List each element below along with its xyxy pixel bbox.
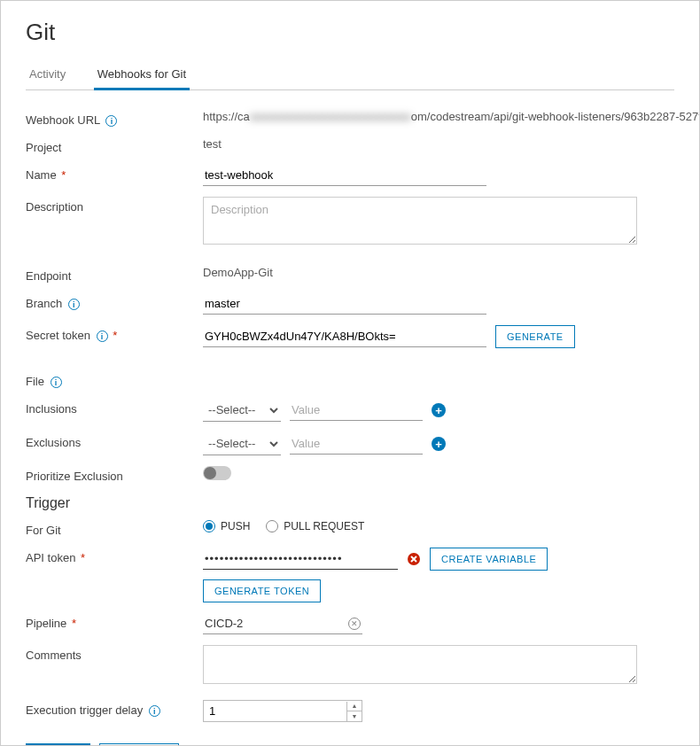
file-label: File (26, 375, 44, 388)
info-icon[interactable]: i (97, 330, 108, 342)
exclusions-select[interactable]: --Select-- (203, 432, 281, 455)
endpoint-label: Endpoint (26, 266, 203, 283)
delay-label: Execution trigger delay (26, 703, 143, 717)
pull-request-radio[interactable] (266, 520, 278, 532)
required-marker: * (81, 551, 85, 564)
inclusions-label: Inclusions (26, 399, 203, 416)
webhook-url-label: Webhook URL (26, 113, 100, 127)
webhook-url-value: https://caxxxxxxxxxxxxxxxxxxxxxxxxxxxxom… (203, 110, 700, 123)
add-inclusion-icon[interactable]: + (432, 403, 446, 417)
secret-token-input[interactable] (203, 326, 486, 347)
api-token-input[interactable]: •••••••••••••••••••••••••••• (203, 548, 398, 570)
branch-label: Branch (26, 297, 62, 310)
name-input[interactable] (203, 165, 486, 186)
info-icon[interactable]: i (149, 705, 160, 717)
info-icon[interactable]: i (105, 115, 117, 127)
add-exclusion-icon[interactable]: + (432, 437, 446, 451)
push-radio[interactable] (203, 520, 215, 532)
delay-stepper[interactable]: ▲ ▼ (346, 702, 362, 721)
inclusions-select[interactable]: --Select-- (203, 399, 281, 422)
stepper-up-icon[interactable]: ▲ (347, 702, 362, 711)
page-title: Git (26, 19, 674, 46)
inclusions-value-input[interactable] (290, 400, 423, 421)
required-marker: * (72, 617, 76, 630)
description-label: Description (26, 197, 203, 214)
pipeline-label: Pipeline (26, 617, 66, 630)
comments-textarea[interactable] (203, 645, 637, 684)
tab-bar: Activity Webhooks for Git (26, 60, 674, 90)
pipeline-input[interactable]: CICD-2 ✕ (203, 613, 362, 634)
project-label: Project (26, 137, 203, 154)
project-value: test (203, 137, 674, 151)
required-marker: * (113, 329, 117, 342)
tab-webhooks[interactable]: Webhooks for Git (94, 60, 190, 90)
info-icon[interactable]: i (51, 377, 62, 388)
trigger-heading: Trigger (26, 495, 674, 511)
name-label: Name (26, 168, 57, 182)
secret-token-label: Secret token (26, 329, 90, 342)
endpoint-value: DemoApp-Git (203, 266, 674, 279)
push-radio-label: PUSH (221, 520, 250, 532)
info-icon[interactable]: i (68, 299, 80, 310)
generate-token-button[interactable]: GENERATE TOKEN (203, 579, 321, 602)
prioritize-toggle[interactable] (203, 466, 231, 480)
for-git-label: For Git (26, 520, 203, 537)
tab-activity[interactable]: Activity (26, 60, 69, 88)
pull-request-radio-label: PULL REQUEST (284, 520, 364, 532)
stepper-down-icon[interactable]: ▼ (347, 711, 362, 721)
branch-input[interactable] (203, 293, 486, 315)
required-marker: * (61, 168, 66, 182)
exclusions-label: Exclusions (26, 432, 203, 449)
exclusions-value-input[interactable] (290, 433, 423, 455)
description-textarea[interactable] (203, 197, 637, 245)
error-icon (407, 552, 421, 566)
generate-button[interactable]: GENERATE (495, 325, 575, 348)
prioritize-label: Prioritize Exclusion (26, 466, 203, 483)
create-variable-button[interactable]: CREATE VARIABLE (430, 548, 548, 571)
clear-icon[interactable]: ✕ (348, 618, 361, 630)
api-token-label: API token (26, 551, 75, 564)
comments-label: Comments (26, 645, 203, 662)
delay-input[interactable] (204, 701, 346, 721)
